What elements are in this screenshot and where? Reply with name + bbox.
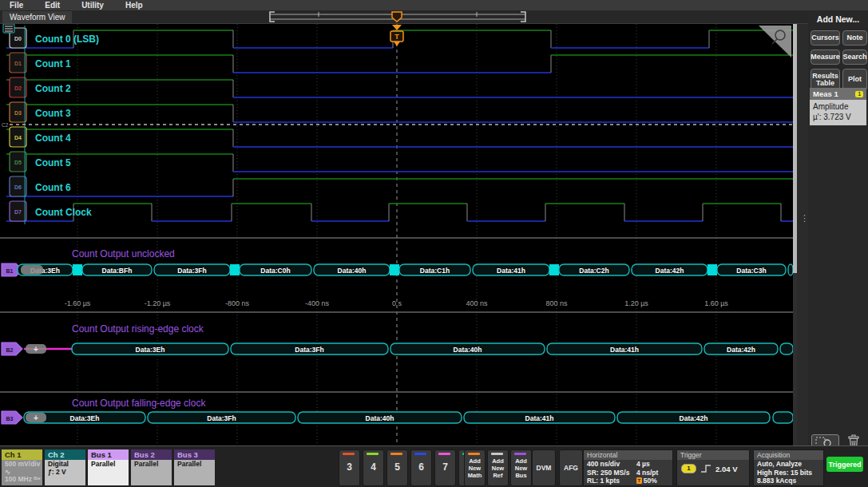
time-axis-label: -800 ns xyxy=(225,299,250,307)
trigger-marker-arrow-icon[interactable] xyxy=(392,25,402,30)
bus-data-value: Data:42h xyxy=(680,414,708,422)
cursors-button[interactable]: Cursors xyxy=(811,30,840,46)
overview-left-bracket xyxy=(270,12,275,22)
meas1-source-badge: 1 xyxy=(855,91,863,97)
time-axis-label: 800 ns xyxy=(545,299,568,307)
bus-transition-block xyxy=(390,264,399,275)
add-color-stripe xyxy=(514,453,526,455)
digital-channel-label: Count 3 xyxy=(35,108,71,119)
digital-channel-label: Count 6 xyxy=(35,182,71,193)
bus-data-value: Data:40h xyxy=(454,346,482,354)
menu-item-file[interactable]: File xyxy=(10,1,23,10)
menu-item-utility[interactable]: Utility xyxy=(81,1,104,10)
meas1-value: µ': 3.723 V xyxy=(813,113,863,123)
afg-button[interactable]: AFG xyxy=(559,449,583,486)
meas1-title: Meas 1 xyxy=(813,89,838,98)
bus-badge-label: B3 xyxy=(6,416,14,422)
right-panel: Add New... CursorsNoteMeasureSearchResul… xyxy=(808,10,868,455)
add-color-stripe xyxy=(468,453,480,455)
bus-data-value: Data:41h xyxy=(525,414,554,422)
bus-data-value: Data:41h xyxy=(497,267,525,275)
acquisition-rows: Auto, AnalyzeHigh Res: 15 bits8.883 kAcq… xyxy=(754,460,823,485)
bus-drag-handle[interactable] xyxy=(21,265,43,275)
digital-channel-row-D5: D5Count 5 xyxy=(6,152,793,172)
time-axis-label: 1.20 µs xyxy=(624,299,648,307)
bus-data-value: Data:42h xyxy=(656,267,684,275)
waveform-view[interactable]: D0Count 0 (LSB)D1Count 1D2Count 2D3Count… xyxy=(0,24,793,445)
bus-title: Count Output falling-edge clock xyxy=(72,398,206,409)
bus-badge-label: B1 xyxy=(6,268,14,274)
bus-data-value: Data:3Eh xyxy=(70,414,100,422)
bus-transition-block xyxy=(549,264,559,275)
menu-item-edit[interactable]: Edit xyxy=(45,1,60,10)
add-new-bus-button[interactable]: Add New Bus xyxy=(510,449,532,486)
channel-color-stripe xyxy=(438,453,450,455)
bus-data-value: Data:41h xyxy=(610,346,639,354)
bus-data-value: Data:C2h xyxy=(579,267,608,275)
ch2-reference-label: C2 xyxy=(2,122,9,128)
digital-channel-badge-label: D3 xyxy=(14,110,22,116)
badge-bus-1[interactable]: Bus 1Parallel xyxy=(88,449,129,485)
badge-bus-3[interactable]: Bus 3Parallel xyxy=(174,449,215,485)
tab-waveform-view[interactable]: Waveform View xyxy=(2,11,72,23)
menu-item-help[interactable]: Help xyxy=(125,1,143,10)
measure-button[interactable]: Measure xyxy=(811,49,840,65)
channel-color-stripe xyxy=(343,453,355,455)
channel-7-button[interactable]: 7 xyxy=(434,449,456,486)
bus-title: Count Output rising-edge clock xyxy=(72,323,204,335)
trigger-source-badge: 1 xyxy=(681,464,696,473)
bus-data-value: Data:C1h xyxy=(420,267,450,275)
acquisition-panel[interactable]: Acquisition Auto, AnalyzeHigh Res: 15 bi… xyxy=(753,449,824,486)
overview-trigger-marker-icon[interactable] xyxy=(392,12,402,22)
bus-data-value: Data:3Eh xyxy=(136,346,165,354)
trigger-title: Trigger xyxy=(677,450,749,460)
bus-transition-block xyxy=(230,264,240,275)
bus-data-segment xyxy=(773,412,793,423)
note-button[interactable]: Note xyxy=(842,30,867,46)
plus-icon: + xyxy=(34,414,38,422)
bus-data-value: Data:BFh xyxy=(102,267,133,275)
panel-divider[interactable]: ⋮ xyxy=(797,24,808,445)
waveform-canvas[interactable]: D0Count 0 (LSB)D1Count 1D2Count 2D3Count… xyxy=(0,24,793,445)
horizontal-title: Horizontal xyxy=(584,450,672,460)
digital-channel-label: Count Clock xyxy=(35,207,92,218)
channel-badges: Ch 1500 mV/div∿100 MHz ᴮʷCh 2Digitalƒ: 2… xyxy=(2,449,215,485)
dvm-button[interactable]: DVM xyxy=(532,449,556,486)
badge-ch-2[interactable]: Ch 2Digitalƒ: 2 V xyxy=(45,449,85,485)
channel-5-button[interactable]: 5 xyxy=(386,449,408,486)
horizontal-overview-bar[interactable] xyxy=(267,10,529,23)
bus-data-value: Data:C3h xyxy=(736,267,766,275)
digital-channel-label: Count 5 xyxy=(35,157,71,168)
digital-channel-badge-label: D0 xyxy=(14,36,22,42)
digital-channel-label: Count 2 xyxy=(35,83,71,94)
bus-data-value: Data:3Fh xyxy=(207,414,236,422)
search-button[interactable]: Search xyxy=(842,49,867,65)
trigger-level: 2.04 V xyxy=(715,465,737,473)
channel-number-buttons: 345678 xyxy=(339,449,480,486)
meas1-type: Amplitude xyxy=(813,102,863,113)
bus-badge-label: B2 xyxy=(6,347,14,353)
horizontal-rows: 400 ns/div4 µsSR: 250 MS/s4 ns/ptRL: 1 k… xyxy=(584,460,672,485)
bus-transition-block xyxy=(707,264,717,275)
badge-bus-2[interactable]: Bus 2Parallel xyxy=(131,449,172,485)
channel-6-button[interactable]: 6 xyxy=(410,449,432,486)
digital-channel-badge-label: D7 xyxy=(14,209,22,215)
digital-channel-row-D1: D1Count 1 xyxy=(6,53,793,73)
channel-3-button[interactable]: 3 xyxy=(339,449,360,486)
digital-channel-badge-label: D2 xyxy=(14,85,22,91)
badge-ch-1[interactable]: Ch 1500 mV/div∿100 MHz ᴮʷ xyxy=(2,449,42,485)
digital-channel-badge-label: D5 xyxy=(14,160,22,165)
bus-data-value: Data:3Fh xyxy=(177,267,206,275)
trigger-panel[interactable]: Trigger 1 2.04 V xyxy=(676,449,750,486)
digital-channel-badge-label: D4 xyxy=(14,135,22,141)
meas1-badge[interactable]: Meas 1 1 Amplitude µ': 3.723 V xyxy=(810,88,866,125)
digital-channel-row-D7: D7Count Clock xyxy=(6,201,793,221)
add-new-buttons: CursorsNoteMeasureSearchResults TablePlo… xyxy=(811,30,867,91)
horizontal-panel[interactable]: Horizontal 400 ns/div4 µsSR: 250 MS/s4 n… xyxy=(583,449,673,486)
channel-4-button[interactable]: 4 xyxy=(363,449,384,486)
add-new-math-button[interactable]: Add New Math xyxy=(464,449,486,486)
channel-color-stripe xyxy=(414,453,426,455)
add-new-ref-button[interactable]: Add New Ref xyxy=(487,449,509,486)
add-buttons: Add New MathAdd New RefAdd New Bus xyxy=(464,449,532,486)
settings-bar: Ch 1500 mV/div∿100 MHz ᴮʷCh 2Digitalƒ: 2… xyxy=(0,445,868,487)
